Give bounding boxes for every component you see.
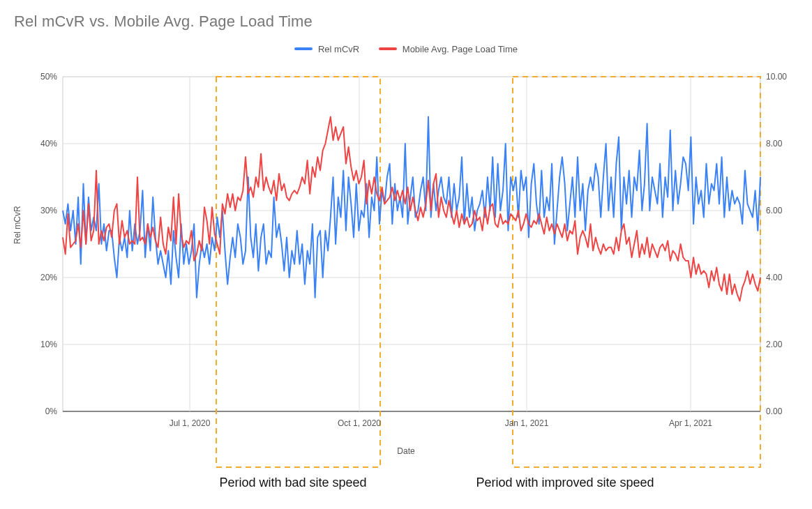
y2-tick: 8.00	[766, 139, 799, 149]
x-tick: Jan 1, 2021	[485, 418, 569, 428]
legend: Rel mCvR Mobile Avg. Page Load Time	[0, 42, 812, 54]
annotation-improved-speed: Period with improved site speed	[433, 476, 698, 490]
legend-item-relmcvr: Rel mCvR	[294, 44, 359, 54]
legend-swatch-relmcvr	[294, 47, 313, 50]
svg-rect-0	[63, 77, 760, 411]
chart-container: Rel mCvR vs. Mobile Avg. Page Load Time …	[0, 0, 812, 509]
legend-label-loadtime: Mobile Avg. Page Load Time	[403, 44, 518, 54]
legend-item-loadtime: Mobile Avg. Page Load Time	[379, 44, 518, 54]
y-tick: 40%	[24, 139, 57, 149]
chart-title: Rel mCvR vs. Mobile Avg. Page Load Time	[14, 13, 313, 31]
y2-tick: 6.00	[766, 206, 799, 215]
legend-label-relmcvr: Rel mCvR	[318, 44, 359, 54]
plot-area	[63, 70, 760, 418]
annotation-bad-speed: Period with bad site speed	[188, 476, 398, 490]
legend-swatch-loadtime	[379, 47, 397, 50]
x-tick: Jul 1, 2020	[148, 418, 232, 428]
y-tick: 20%	[24, 273, 57, 282]
y2-tick: 2.00	[766, 340, 799, 349]
svg-rect-10	[216, 77, 380, 467]
svg-rect-11	[513, 77, 760, 467]
y2-tick: 0.00	[766, 407, 799, 416]
y2-tick: 10.00	[766, 72, 799, 82]
y-tick: 0%	[24, 407, 57, 416]
chart-svg	[63, 70, 760, 418]
y2-tick: 4.00	[766, 273, 799, 282]
y-tick: 50%	[24, 72, 57, 82]
y-axis-label: Rel mCvR	[13, 206, 22, 244]
x-tick: Oct 1, 2020	[317, 418, 401, 428]
x-tick: Apr 1, 2021	[649, 418, 732, 428]
y-tick: 30%	[24, 206, 57, 215]
x-axis-label: Date	[0, 446, 812, 456]
y-tick: 10%	[24, 340, 57, 349]
